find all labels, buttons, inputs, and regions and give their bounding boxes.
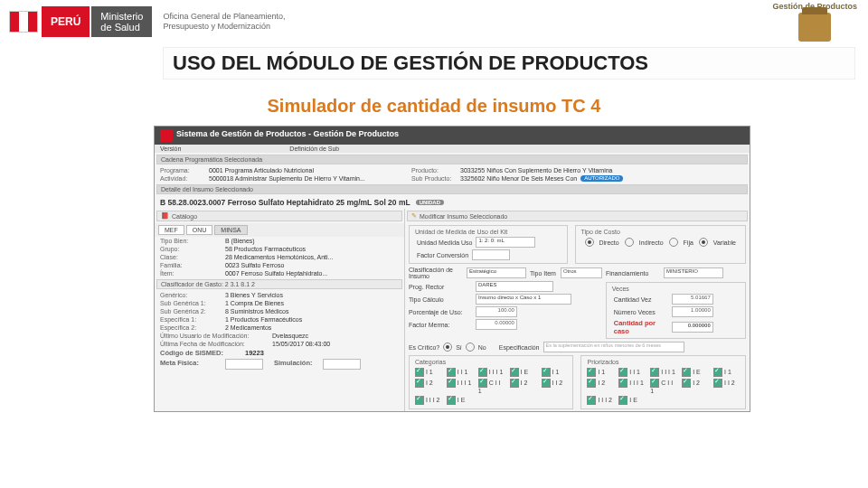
category-item: I I 1 [618, 368, 645, 377]
um-input[interactable]: 1: 2: 0: mL [476, 237, 535, 248]
pctuso-input[interactable]: 100.00 [476, 306, 517, 317]
category-label: I 2 [424, 380, 433, 386]
category-item: I E [682, 368, 708, 377]
insumo-title-row: B 58.28.0023.0007 Ferroso Sulfato Heptah… [155, 196, 750, 209]
radio-si[interactable] [443, 343, 452, 352]
category-label: I I 1 [627, 369, 640, 375]
category-item: I 2 [510, 379, 536, 394]
radio-directo[interactable] [585, 238, 594, 247]
subgen2-label: Sub Genérica 2: [160, 308, 222, 314]
category-checkbox[interactable] [478, 379, 487, 388]
category-checkbox[interactable] [713, 368, 722, 377]
category-checkbox[interactable] [542, 379, 551, 388]
category-checkbox[interactable] [682, 368, 691, 377]
tab-minsa[interactable]: MINSA [214, 225, 247, 235]
subgen1-label: Sub Genérica 1: [160, 300, 222, 306]
category-checkbox[interactable] [447, 379, 456, 388]
category-label: I I 2 [722, 380, 735, 386]
category-label: I I 2 [551, 380, 563, 386]
insumo-code: B 58.28.0023.0007 Ferroso Sulfato Heptah… [160, 198, 410, 207]
category-checkbox[interactable] [682, 379, 691, 388]
clasificador-header: Clasificador de Gasto: 2 3.1 8.1 2 [156, 279, 402, 289]
numveces-input[interactable]: 1.00000 [672, 306, 713, 317]
tipoitem-select[interactable]: Otros [561, 267, 602, 278]
metafisica-input[interactable] [225, 359, 263, 370]
factmerma-input[interactable]: 0.00000 [476, 319, 517, 330]
programa-label: Programa: [160, 167, 205, 174]
radio-indirecto[interactable] [625, 238, 634, 247]
category-checkbox[interactable] [713, 379, 722, 388]
office-line1: Oficina General de Planeamiento, [163, 12, 285, 22]
office-line2: Presupuesto y Modernización [163, 22, 285, 32]
category-checkbox[interactable] [587, 379, 596, 388]
category-checkbox[interactable] [587, 368, 596, 377]
category-checkbox[interactable] [510, 368, 519, 377]
tab-mef[interactable]: MEF [158, 225, 184, 235]
category-checkbox[interactable] [587, 396, 596, 405]
familia-label: Familia: [160, 262, 222, 268]
factor-input[interactable] [472, 249, 510, 260]
tipoitem-label: Tipo Item [530, 270, 557, 277]
category-checkbox[interactable] [415, 379, 424, 388]
numveces-label: Número Veces [614, 309, 668, 315]
esp2-label: Específica 2: [160, 324, 222, 331]
version-label: Versión [160, 145, 181, 152]
metafisica-label: Meta Física: [160, 359, 222, 370]
category-checkbox[interactable] [478, 368, 487, 377]
cantvez-input[interactable]: 5.01667 [672, 294, 713, 305]
page-title: USO DEL MÓDULO DE GESTIÓN DE PRODUCTOS [163, 47, 855, 80]
ministry-logo: Ministerio de Salud [91, 6, 152, 37]
category-item: I I I 1 [650, 368, 676, 377]
category-item: I I 2 [713, 379, 740, 394]
category-item: C I I 1 [478, 379, 505, 394]
actividad-value: 5000018 Administrar Suplemento De Hierro… [209, 175, 408, 182]
category-item: I I 1 [447, 368, 473, 377]
fija-label: Fija [684, 239, 693, 246]
category-checkbox[interactable] [650, 368, 659, 377]
sismed-label: Código de SISMED: [160, 349, 241, 357]
ministry-line2: de Salud [100, 22, 143, 33]
category-checkbox[interactable] [618, 379, 627, 388]
clasins-select[interactable]: Estratégico [467, 267, 526, 278]
category-checkbox[interactable] [447, 368, 456, 377]
category-item: I I I 1 [447, 379, 473, 394]
category-label: I E [519, 369, 529, 375]
item-value: 0007 Ferroso Sulfato Heptahidrato... [225, 270, 327, 277]
sismed-value: 19223 [245, 349, 264, 357]
esp1-label: Específica 1: [160, 316, 222, 323]
simulacion-input[interactable] [323, 359, 361, 370]
radio-variable[interactable] [699, 238, 708, 247]
producto-value: 3033255 Niños Con Suplemento De Hierro Y… [460, 167, 613, 174]
category-label: I 1 [424, 369, 433, 375]
category-checkbox[interactable] [542, 368, 551, 377]
tipocalc-select[interactable]: Insumo directo x Caso x 1 [476, 294, 571, 305]
tipocalc-label: Tipo Cálculo [409, 296, 472, 303]
category-checkbox[interactable] [510, 379, 519, 388]
category-label: I E [691, 369, 701, 375]
category-label: I I I 1 [487, 369, 504, 375]
section-cadena: Cadena Programática Seleccionada [156, 155, 748, 164]
gestion-productos-badge: Gestión de Productos [772, 2, 857, 42]
category-checkbox[interactable] [618, 396, 627, 405]
subproducto-value: 3325602 Niño Menor De Seis Meses Con [460, 175, 577, 182]
grupo-label: Grupo: [160, 246, 222, 252]
radio-no[interactable] [466, 343, 475, 352]
espec-input[interactable]: Es la suplementación en niños menores de… [543, 342, 684, 352]
critico-label: Es Crítico? [409, 344, 439, 351]
category-checkbox[interactable] [650, 379, 659, 388]
ultfecha-label: Última Fecha de Modificación: [160, 341, 269, 347]
tab-onu[interactable]: ONU [186, 225, 213, 235]
progrector-select[interactable]: DARES [476, 281, 553, 292]
directo-label: Directo [599, 239, 619, 246]
category-checkbox[interactable] [415, 368, 424, 377]
category-item: I I I 2 [415, 396, 441, 405]
category-checkbox[interactable] [447, 396, 456, 405]
categorias-box: Categorías [413, 359, 448, 365]
category-checkbox[interactable] [618, 368, 627, 377]
cantcaso-input[interactable]: 0.000000 [672, 322, 713, 333]
category-item: I I I 1 [618, 379, 645, 394]
radio-fija[interactable] [669, 238, 678, 247]
category-item: I 1 [542, 368, 568, 377]
category-checkbox[interactable] [415, 396, 424, 405]
financ-select[interactable]: MINISTERIO [664, 267, 723, 278]
